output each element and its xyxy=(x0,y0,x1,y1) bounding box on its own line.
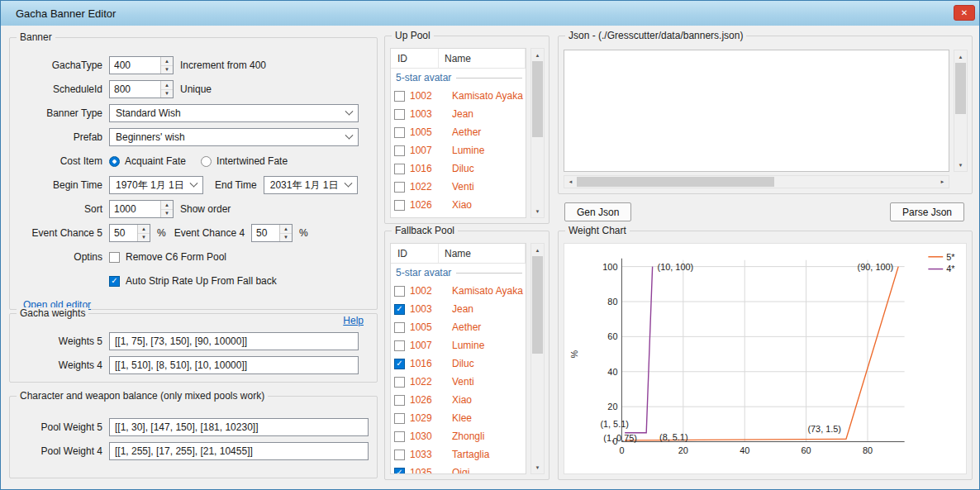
svg-text:(1, 0.75): (1, 0.75) xyxy=(603,433,637,443)
close-button[interactable]: ✕ xyxy=(954,5,975,21)
spin-up-icon[interactable]: ▲ xyxy=(161,81,173,90)
sort-input[interactable]: 1000 ▲ ▼ xyxy=(109,200,174,218)
spin-up-icon[interactable]: ▲ xyxy=(161,57,173,66)
up-pool-list: ID Name 5-star avatar 1002Kamisato Ayaka… xyxy=(390,48,526,218)
row-checkbox[interactable] xyxy=(394,431,405,442)
spin-down-icon[interactable]: ▼ xyxy=(161,90,173,98)
row-checkbox[interactable]: ✓ xyxy=(394,468,405,475)
row-checkbox[interactable] xyxy=(394,127,405,138)
pool-row[interactable]: 1003Jean xyxy=(391,105,526,123)
column-header-name[interactable]: Name xyxy=(439,244,526,263)
scroll-up-icon[interactable]: ▲ xyxy=(954,50,967,63)
pool-row[interactable]: 1030Zhongli xyxy=(391,427,526,445)
fallback-pool-scrollbar[interactable]: ▲ ▼ xyxy=(530,243,545,474)
gen-json-button[interactable]: Gen Json xyxy=(564,202,631,221)
pool-row[interactable]: 1002Kamisato Ayaka xyxy=(391,87,526,105)
row-checkbox[interactable] xyxy=(394,322,405,333)
pool-row[interactable]: ✓1016Diluc xyxy=(391,354,526,373)
json-textarea[interactable] xyxy=(564,50,949,172)
spin-down-icon[interactable]: ▼ xyxy=(138,234,150,242)
column-header-id[interactable]: ID xyxy=(391,49,439,68)
spin-up-icon[interactable]: ▲ xyxy=(280,225,292,234)
row-checkbox[interactable] xyxy=(394,395,405,406)
pool-row[interactable]: 1005Aether xyxy=(391,123,526,141)
titlebar[interactable]: Gacha Banner Editor ✕ xyxy=(1,1,979,26)
balance-form: Pool Weight 5 [[1, 30], [147, 150], [181… xyxy=(10,397,377,460)
column-header-id[interactable]: ID xyxy=(391,244,439,263)
weights-5-input[interactable]: [[1, 75], [73, 150], [90, 10000]] xyxy=(109,332,359,350)
spin-down-icon[interactable]: ▼ xyxy=(161,210,173,218)
pool-row[interactable]: 1007Lumine xyxy=(391,141,526,159)
prefab-select[interactable]: Beginners' wish xyxy=(109,128,359,146)
auto-strip-checkbox[interactable]: ✓ xyxy=(109,276,120,287)
auto-strip-label: Auto Strip Rate Up From Fall back xyxy=(126,275,277,287)
row-checkbox[interactable]: ✓ xyxy=(394,359,405,369)
pool-row[interactable]: 1029Klee xyxy=(391,409,526,427)
weights-4-input[interactable]: [[1, 510], [8, 510], [10, 10000]] xyxy=(109,356,359,374)
scroll-down-icon[interactable]: ▼ xyxy=(531,461,544,473)
scheduleid-input[interactable]: 800 ▲ ▼ xyxy=(109,80,174,98)
scroll-down-icon[interactable]: ▼ xyxy=(954,159,967,171)
pool-row[interactable]: 1033Tartaglia xyxy=(391,445,526,464)
row-checkbox[interactable] xyxy=(394,377,405,388)
spin-down-icon[interactable]: ▼ xyxy=(280,234,292,242)
spin-down-icon[interactable]: ▼ xyxy=(161,66,173,74)
json-vertical-scrollbar[interactable]: ▲ ▼ xyxy=(954,50,968,172)
pool-row[interactable]: 1026Xiao xyxy=(391,391,526,409)
json-horizontal-scrollbar[interactable]: ◄ ► xyxy=(564,175,949,188)
up-pool-scrollbar[interactable]: ▲ ▼ xyxy=(530,48,545,218)
pool-row[interactable]: 1026Xiao xyxy=(391,196,526,214)
spin-up-icon[interactable]: ▲ xyxy=(138,225,150,234)
remove-c6-label: Remove C6 Form Pool xyxy=(126,251,226,263)
parse-json-button[interactable]: Parse Json xyxy=(890,202,964,221)
pool-row[interactable]: ✓1035Qiqi xyxy=(391,464,526,474)
chevron-down-icon xyxy=(190,178,198,187)
pool-weight-4-input[interactable]: [[1, 255], [17, 255], [21, 10455]] xyxy=(109,442,369,460)
banner-group: Banner GachaType 400 ▲ ▼ Increment from … xyxy=(9,37,378,310)
scroll-left-icon[interactable]: ◄ xyxy=(564,176,577,188)
scrollbar-thumb[interactable] xyxy=(955,63,966,114)
pool-row[interactable]: 1005Aether xyxy=(391,318,526,336)
column-header-name[interactable]: Name xyxy=(439,49,526,68)
pool-row[interactable]: 1016Diluc xyxy=(391,159,526,178)
row-checkbox[interactable]: ✓ xyxy=(394,304,405,315)
scrollbar-thumb[interactable] xyxy=(577,177,774,187)
row-checkbox[interactable] xyxy=(394,91,405,102)
pool-weight-5-input[interactable]: [[1, 30], [147, 150], [181, 10230]] xyxy=(109,418,369,436)
pool-row[interactable]: 1022Venti xyxy=(391,373,526,391)
row-checkbox[interactable] xyxy=(394,413,405,424)
pool-row[interactable]: ✓1003Jean xyxy=(391,300,526,318)
row-checkbox[interactable] xyxy=(394,450,405,460)
pool-row[interactable]: 1007Lumine xyxy=(391,336,526,354)
end-time-label: End Time xyxy=(215,179,257,191)
gachatype-input[interactable]: 400 ▲ ▼ xyxy=(109,56,174,74)
radio-acquaint-fate[interactable] xyxy=(109,156,120,167)
row-checkbox[interactable] xyxy=(394,340,405,351)
row-checkbox[interactable] xyxy=(394,145,405,156)
row-name: Lumine xyxy=(452,145,484,156)
pool-row[interactable]: 1002Kamisato Ayaka xyxy=(391,282,526,300)
row-checkbox[interactable] xyxy=(394,286,405,297)
scroll-down-icon[interactable]: ▼ xyxy=(531,205,544,217)
radio-intertwined-fate[interactable] xyxy=(201,156,212,167)
pool-row[interactable]: 1022Venti xyxy=(391,178,526,196)
remove-c6-checkbox[interactable] xyxy=(109,252,120,263)
scroll-right-icon[interactable]: ► xyxy=(936,176,949,188)
row-checkbox[interactable] xyxy=(394,182,405,193)
end-time-picker[interactable]: 2031年 1月 1日 xyxy=(264,176,358,194)
row-checkbox[interactable] xyxy=(394,200,405,211)
event-chance-4-input[interactable]: 50 ▲ ▼ xyxy=(251,224,293,242)
banner-type-select[interactable]: Standard Wish xyxy=(109,104,359,122)
help-link[interactable]: Help xyxy=(343,315,364,326)
cost-item-label: Cost Item xyxy=(17,155,102,167)
scroll-up-icon[interactable]: ▲ xyxy=(531,244,544,256)
scroll-up-icon[interactable]: ▲ xyxy=(531,49,544,61)
sort-spinner: ▲ ▼ xyxy=(160,201,173,217)
spin-up-icon[interactable]: ▲ xyxy=(161,201,173,210)
scrollbar-thumb[interactable] xyxy=(532,256,543,354)
scrollbar-thumb[interactable] xyxy=(532,61,543,137)
begin-time-picker[interactable]: 1970年 1月 1日 xyxy=(109,176,203,194)
event-chance-5-input[interactable]: 50 ▲ ▼ xyxy=(109,224,150,242)
row-checkbox[interactable] xyxy=(394,164,405,174)
row-checkbox[interactable] xyxy=(394,109,405,120)
